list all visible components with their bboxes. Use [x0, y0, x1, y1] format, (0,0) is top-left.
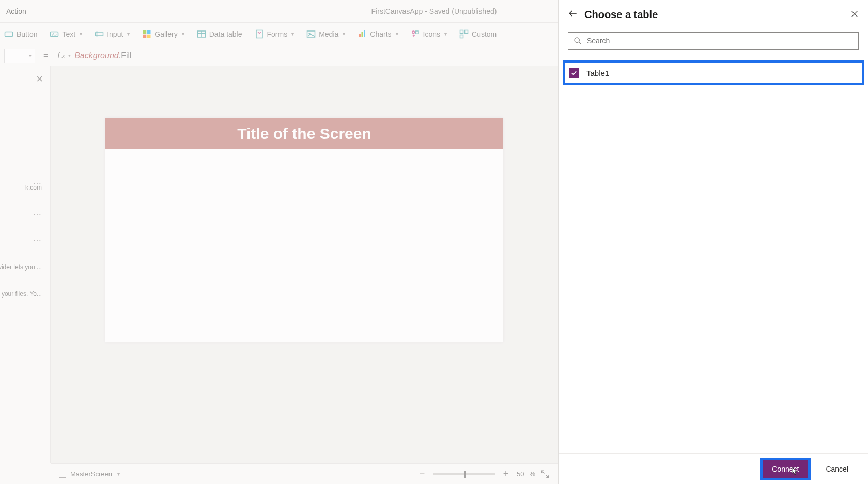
ribbon-forms[interactable]: Forms▾: [255, 29, 295, 39]
table-item-label: Table1: [586, 69, 609, 77]
ribbon-icons[interactable]: Icons▾: [411, 29, 447, 39]
svg-point-18: [412, 31, 415, 34]
ribbon-media[interactable]: Media▾: [306, 29, 345, 39]
search-box[interactable]: [568, 32, 859, 50]
ribbon-input-label: Input: [107, 30, 123, 38]
data-source-fragment: k.com: [25, 184, 42, 191]
ribbon-custom[interactable]: Custom: [459, 29, 497, 39]
menu-tab-action[interactable]: Action: [6, 7, 26, 15]
svg-rect-9: [197, 31, 205, 37]
table-item-table1[interactable]: Table1: [565, 63, 862, 83]
chevron-down-icon[interactable]: ▾: [117, 471, 120, 477]
formula-property: .Fill: [119, 51, 132, 60]
ribbon-charts[interactable]: Charts▾: [358, 29, 398, 39]
svg-rect-13: [307, 31, 315, 37]
svg-rect-6: [147, 30, 151, 34]
svg-rect-12: [256, 30, 262, 38]
zoom-in-button[interactable]: +: [500, 469, 512, 480]
chevron-down-icon: ▾: [80, 31, 82, 37]
close-button[interactable]: [850, 9, 859, 21]
arrow-left-icon: [568, 8, 578, 19]
svg-rect-22: [460, 30, 463, 33]
more-icon[interactable]: ⋯: [33, 236, 42, 245]
text-icon: Ab: [50, 29, 59, 39]
ribbon-media-label: Media: [319, 30, 338, 38]
zoom-slider[interactable]: [433, 473, 495, 475]
connect-button-label: Connect: [772, 465, 799, 473]
chevron-down-icon: ▾: [291, 31, 294, 37]
cancel-button[interactable]: Cancel: [816, 460, 858, 478]
screen-name-label[interactable]: MasterScreen: [70, 470, 112, 478]
ribbon-text-label: Text: [62, 30, 75, 38]
ribbon-text[interactable]: Ab Text▾: [50, 29, 82, 39]
svg-rect-23: [465, 30, 468, 33]
button-icon: [4, 29, 13, 39]
ribbon-datatable[interactable]: Data table: [197, 29, 242, 39]
ribbon-icons-label: Icons: [423, 30, 440, 38]
gallery-icon: [142, 29, 151, 39]
connector-fragment: ovider lets you ...: [0, 263, 42, 271]
svg-line-31: [579, 42, 581, 44]
ribbon-custom-label: Custom: [472, 30, 497, 38]
svg-rect-0: [5, 32, 13, 36]
input-icon: [95, 29, 104, 39]
fx-button[interactable]: fx▾: [53, 51, 74, 60]
svg-text:Ab: Ab: [52, 32, 57, 37]
charts-icon: [358, 29, 367, 39]
svg-rect-8: [147, 34, 151, 38]
formula-object: Background: [74, 51, 118, 60]
svg-line-26: [546, 475, 549, 477]
connector-fragment: e your files. Yo...: [0, 290, 42, 298]
ribbon-gallery[interactable]: Gallery▾: [142, 29, 184, 39]
screen-header: Title of the Screen: [105, 118, 503, 149]
svg-rect-16: [362, 32, 363, 37]
ribbon-input[interactable]: Input▾: [95, 29, 130, 39]
select-screen-checkbox[interactable]: [59, 471, 66, 478]
svg-rect-7: [143, 34, 147, 38]
screen-preview[interactable]: Title of the Screen: [105, 118, 503, 342]
more-icon[interactable]: ⋯: [33, 179, 42, 189]
canvas-area: Title of the Screen: [51, 66, 558, 463]
close-icon[interactable]: ×: [36, 72, 43, 86]
svg-line-25: [541, 471, 544, 473]
zoom-out-button[interactable]: −: [416, 469, 428, 480]
svg-rect-1: [51, 32, 58, 36]
status-bar: MasterScreen ▾ − + 50 %: [51, 463, 558, 484]
chevron-down-icon: ▾: [68, 53, 70, 58]
connect-button[interactable]: Connect: [763, 460, 808, 478]
custom-icon: [459, 29, 469, 39]
choose-table-panel: Choose a table Table1 Connect: [558, 0, 868, 484]
search-icon: [574, 37, 582, 45]
svg-rect-19: [415, 31, 418, 34]
more-icon[interactable]: ⋯: [33, 210, 42, 220]
chevron-down-icon: ▾: [444, 31, 447, 37]
svg-rect-3: [96, 33, 103, 36]
property-dropdown[interactable]: ▾: [4, 49, 35, 63]
zoom-value: 50: [517, 470, 524, 478]
zoom-unit: %: [529, 470, 535, 478]
ribbon-button[interactable]: Button: [4, 29, 37, 39]
datatable-icon: [197, 29, 206, 39]
checkmark-icon: [570, 69, 578, 76]
panel-footer: Connect Cancel: [559, 453, 868, 484]
forms-icon: [255, 29, 264, 39]
search-input[interactable]: [586, 36, 853, 45]
tables-list: Table1: [559, 57, 868, 453]
close-icon: [850, 10, 859, 18]
ribbon-datatable-label: Data table: [209, 30, 242, 38]
svg-point-30: [575, 38, 579, 42]
screen-title-label: Title of the Screen: [237, 125, 371, 143]
panel-title: Choose a table: [584, 9, 658, 21]
expand-icon[interactable]: [540, 470, 550, 479]
window-title: FirstCanvasApp - Saved (Unpublished): [371, 7, 497, 15]
chevron-down-icon: ▾: [182, 31, 184, 37]
chevron-down-icon: ▾: [396, 31, 398, 37]
ribbon-gallery-label: Gallery: [154, 30, 177, 38]
ribbon-charts-label: Charts: [370, 30, 391, 38]
chevron-down-icon: ▾: [343, 31, 345, 37]
left-panel: × ⋯ k.com ⋯ ⋯ ovider lets you ... e your…: [0, 66, 51, 463]
svg-rect-17: [364, 30, 365, 37]
table-checkbox[interactable]: [569, 68, 579, 78]
media-icon: [306, 29, 316, 39]
back-button[interactable]: [568, 8, 578, 21]
